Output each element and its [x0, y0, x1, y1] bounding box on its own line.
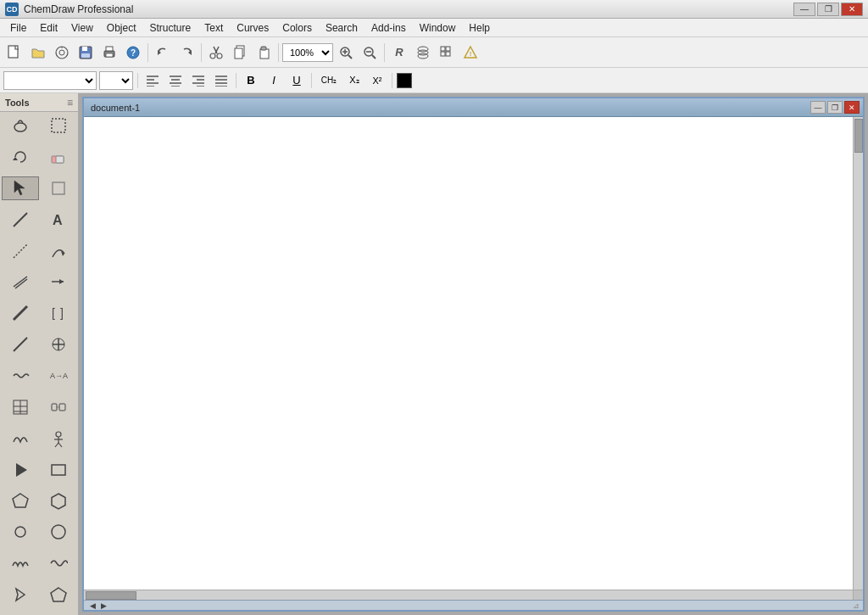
subscript-button[interactable]: X₂ — [344, 71, 364, 90]
tool-table[interactable] — [2, 395, 39, 419]
font-size-select[interactable] — [99, 71, 133, 90]
color-picker[interactable] — [397, 73, 412, 88]
tool-hexagon[interactable] — [40, 489, 77, 513]
doc-close-button[interactable]: ✕ — [844, 101, 860, 114]
tool-arrow[interactable] — [40, 270, 77, 294]
tool-erase[interactable] — [40, 176, 77, 200]
tool-circle-sm[interactable] — [2, 520, 39, 544]
close-button[interactable]: ✕ — [841, 3, 863, 16]
format-sep-1 — [137, 73, 138, 88]
tool-curved-arrow[interactable] — [40, 239, 77, 263]
vertical-scrollbar-thumb[interactable] — [854, 119, 863, 153]
tool-arrow-nav[interactable] — [2, 583, 39, 607]
superscript-button[interactable]: X² — [367, 71, 387, 90]
menu-text[interactable]: Text — [198, 19, 230, 36]
menu-curves[interactable]: Curves — [230, 19, 275, 36]
horizontal-scrollbar[interactable] — [84, 590, 853, 600]
ch2-button[interactable]: CH₂ — [316, 71, 342, 90]
tool-text[interactable]: A — [40, 208, 77, 232]
minimize-button[interactable]: — — [793, 3, 815, 16]
justify-button[interactable] — [211, 71, 231, 90]
italic-button[interactable]: I — [264, 71, 284, 90]
tool-wave1[interactable] — [2, 551, 39, 575]
svg-marker-56 — [13, 157, 18, 160]
r-group-button[interactable]: R — [388, 42, 410, 64]
align-left-button[interactable] — [142, 71, 163, 90]
menu-addins[interactable]: Add-ins — [364, 19, 413, 36]
doc-title: document-1 — [87, 103, 140, 113]
tool-plus[interactable] — [40, 333, 77, 356]
warning-button[interactable]: ! — [459, 42, 481, 64]
tool-wave2[interactable] — [40, 551, 77, 575]
svg-rect-0 — [8, 46, 18, 58]
svg-point-84 — [56, 432, 61, 437]
bold-button[interactable]: B — [241, 71, 261, 90]
tools-collapse-icon[interactable]: ≡ — [67, 97, 73, 109]
layers-button[interactable] — [412, 42, 434, 64]
doc-restore-button[interactable]: ❐ — [827, 101, 843, 114]
tool-multi-bond[interactable] — [2, 270, 39, 294]
tool-rotate[interactable] — [2, 145, 39, 169]
menu-help[interactable]: Help — [462, 19, 497, 36]
zoom-select[interactable]: 100% 50% 75% 125% 150% 200% — [282, 43, 333, 62]
doc-minimize-button[interactable]: — — [810, 101, 826, 114]
underline-button[interactable]: U — [287, 71, 307, 90]
tool-pentagon[interactable] — [2, 489, 39, 513]
menu-object[interactable]: Object — [100, 19, 143, 36]
svg-rect-19 — [235, 48, 242, 59]
tool-eraser[interactable] — [40, 145, 77, 169]
tool-bold-bond[interactable] — [2, 301, 39, 325]
undo-button[interactable] — [152, 42, 174, 64]
tool-arrow-select[interactable] — [2, 176, 39, 200]
help-button[interactable]: ? — [122, 42, 144, 64]
tool-pentagon2[interactable] — [40, 583, 77, 607]
menu-window[interactable]: Window — [413, 19, 463, 36]
tool-dashed-bond[interactable] — [2, 239, 39, 263]
canvas-container — [84, 117, 863, 600]
tool-3d-person[interactable] — [40, 427, 77, 450]
nav-right-button[interactable]: ▶ — [98, 601, 109, 610]
tool-transform-text[interactable]: A→A — [40, 364, 77, 388]
redo-button[interactable] — [175, 42, 198, 64]
maximize-button[interactable]: ❐ — [817, 3, 839, 16]
tool-rect-shape[interactable] — [40, 458, 77, 482]
font-family-select[interactable] — [3, 71, 97, 90]
menu-edit[interactable]: Edit — [33, 19, 64, 36]
svg-rect-34 — [441, 52, 445, 56]
zoom-in-button[interactable] — [335, 42, 357, 64]
save-button[interactable] — [75, 42, 97, 64]
paste-button[interactable] — [253, 42, 275, 64]
tool-spectroscopy[interactable] — [2, 427, 39, 450]
tool-bracket[interactable]: [] — [40, 301, 77, 325]
print-button[interactable] — [98, 42, 120, 64]
open-button[interactable] — [27, 42, 49, 64]
tool-wavy[interactable] — [2, 364, 39, 388]
align-right-button[interactable] — [188, 71, 209, 90]
svg-point-94 — [52, 525, 65, 539]
tool-bond-line[interactable] — [2, 208, 39, 232]
tool-play[interactable] — [2, 458, 39, 482]
nav-left-button[interactable]: ◀ — [87, 601, 98, 610]
zoom-out-button[interactable] — [359, 42, 381, 64]
resize-grip[interactable]: ⊿ — [853, 601, 860, 610]
menu-view[interactable]: View — [64, 19, 100, 36]
tool-rect-select[interactable] — [40, 114, 77, 137]
camera-button[interactable] — [51, 42, 73, 64]
tool-circle-lg[interactable] — [40, 520, 77, 544]
tool-wedge-bond[interactable] — [2, 333, 39, 356]
tool-lasso[interactable] — [2, 114, 39, 137]
menu-file[interactable]: File — [3, 19, 33, 36]
menu-search[interactable]: Search — [319, 19, 364, 36]
drawing-canvas[interactable] — [84, 117, 853, 590]
svg-marker-59 — [14, 181, 25, 195]
align-center-button[interactable] — [165, 71, 186, 90]
menu-colors[interactable]: Colors — [275, 19, 319, 36]
copy-button[interactable] — [229, 42, 251, 64]
tool-dots[interactable] — [40, 395, 77, 419]
grid-button[interactable] — [436, 42, 458, 64]
menu-structure[interactable]: Structure — [143, 19, 198, 36]
horizontal-scrollbar-thumb[interactable] — [86, 591, 136, 600]
vertical-scrollbar[interactable] — [853, 117, 863, 590]
cut-button[interactable] — [205, 42, 227, 64]
new-button[interactable] — [3, 42, 25, 64]
